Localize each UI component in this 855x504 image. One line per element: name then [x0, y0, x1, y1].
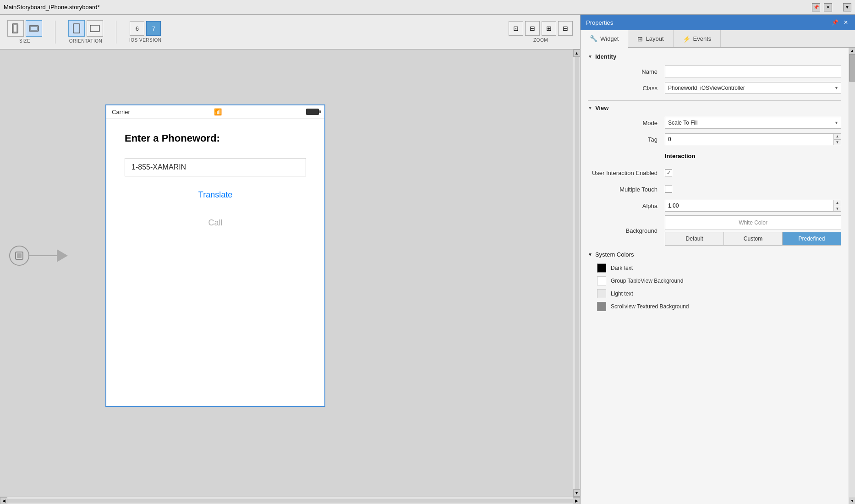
multiple-touch-checkbox[interactable] — [665, 186, 672, 193]
light-text-label: Light text — [611, 290, 633, 297]
svg-rect-4 — [73, 24, 80, 33]
scroll-down-arrow[interactable]: ▼ — [573, 489, 581, 497]
entry-line — [29, 255, 57, 256]
scroll-track[interactable] — [575, 57, 579, 489]
storyboard-panel: SIZE ORIENTATION 6 — [0, 15, 580, 504]
identity-label: Identity — [595, 53, 616, 60]
scroll-arrow-down[interactable]: ▼ — [843, 3, 851, 11]
phone-input[interactable] — [125, 158, 306, 176]
view-arrow: ▼ — [588, 105, 592, 110]
color-light-text-row[interactable]: Light text — [588, 287, 841, 300]
toolbar: SIZE ORIENTATION 6 — [0, 15, 580, 49]
carrier-text: Carrier — [112, 109, 130, 115]
mode-select[interactable]: Scale To Fill — [665, 117, 841, 129]
layout-tab-label: Layout — [646, 35, 663, 42]
prop-scroll-thumb[interactable] — [849, 54, 855, 82]
tab-events[interactable]: ⚡ Events — [674, 30, 721, 47]
close-tab-button[interactable]: ✕ — [824, 3, 832, 11]
canvas-content: Carrier 📶 Enter a Phoneword: Translate C… — [0, 49, 412, 462]
vertical-scrollbar: ▲ ▼ — [573, 49, 580, 497]
call-button[interactable]: Call — [125, 218, 306, 228]
color-scrollview-row[interactable]: Scrollview Textured Background — [588, 300, 841, 313]
scrollview-label: Scrollview Textured Background — [611, 303, 689, 310]
tag-decrement[interactable]: ▼ — [834, 140, 841, 145]
alpha-increment[interactable]: ▲ — [834, 200, 841, 206]
prop-scroll-up[interactable]: ▲ — [849, 48, 855, 54]
background-color-swatch[interactable]: White Color — [665, 215, 841, 230]
widget-tab-label: Widget — [600, 35, 619, 42]
view-section-header: ▼ View — [588, 104, 841, 111]
mode-row: Mode Scale To Fill — [588, 116, 841, 130]
properties-title-bar: Properties 📌 ✕ — [581, 15, 855, 30]
prop-scroll-track[interactable] — [849, 54, 855, 498]
title-bar-filename: MainStoryboard_iPhone.storyboard* — [4, 4, 100, 11]
properties-panel: Properties 📌 ✕ 🔧 Widget ⊞ Layout ⚡ Event… — [580, 15, 855, 504]
storyboard-content-area: Carrier 📶 Enter a Phoneword: Translate C… — [0, 49, 580, 497]
h-scroll-track[interactable] — [7, 499, 573, 503]
name-input[interactable] — [665, 66, 841, 77]
orientation-landscape[interactable] — [87, 20, 103, 37]
tag-input[interactable] — [665, 134, 833, 145]
view-section: ▼ View Mode Scale To Fill Tag — [588, 104, 841, 246]
entry-point-icon — [9, 246, 29, 266]
background-row: Background White Color Default Custom Pr… — [588, 215, 841, 246]
ios-version-7[interactable]: 7 — [146, 21, 161, 36]
entry-arrow — [9, 246, 68, 266]
scrollview-swatch — [597, 302, 606, 311]
orientation-label: ORIENTATION — [69, 38, 102, 44]
tag-label: Tag — [588, 136, 661, 143]
alpha-input[interactable] — [665, 200, 833, 211]
translate-button[interactable]: Translate — [125, 190, 306, 200]
properties-pin-button[interactable]: 📌 — [831, 19, 839, 26]
color-dark-text-row[interactable]: Dark text — [588, 262, 841, 274]
orientation-portrait[interactable] — [68, 20, 85, 37]
color-predefined-btn[interactable]: Predefined — [783, 232, 841, 245]
group-tableview-swatch — [597, 276, 606, 285]
color-choice-buttons: Default Custom Predefined — [665, 232, 841, 246]
name-label: Name — [588, 68, 661, 75]
ios-version-label: iOS VERSION — [129, 38, 162, 43]
tab-widget[interactable]: 🔧 Widget — [581, 30, 628, 48]
title-bar: MainStoryboard_iPhone.storyboard* 📌 ✕ ▼ — [0, 0, 855, 15]
multiple-touch-row: Multiple Touch — [588, 182, 841, 196]
scroll-up-arrow[interactable]: ▲ — [573, 49, 581, 57]
alpha-label: Alpha — [588, 203, 661, 209]
color-group-tableview-row[interactable]: Group TableView Background — [588, 274, 841, 287]
zoom-in[interactable]: ⊞ — [542, 21, 556, 36]
scroll-right-arrow[interactable]: ▶ — [573, 497, 580, 504]
identity-section-header: ▼ Identity — [588, 53, 841, 60]
dark-text-swatch — [597, 263, 606, 273]
color-default-btn[interactable]: Default — [665, 232, 724, 245]
size-icon-2[interactable] — [26, 20, 42, 37]
scroll-left-arrow[interactable]: ◀ — [0, 497, 7, 504]
tag-spinner: ▲ ▼ — [665, 133, 841, 145]
zoom-out[interactable]: ⊟ — [525, 21, 540, 36]
sys-colors-arrow: ▼ — [588, 252, 592, 257]
prop-scroll-down[interactable]: ▼ — [849, 498, 855, 504]
tab-layout[interactable]: ⊞ Layout — [628, 30, 673, 47]
svg-rect-3 — [30, 27, 38, 30]
iphone-frame: Carrier 📶 Enter a Phoneword: Translate C… — [105, 104, 325, 407]
pin-button[interactable]: 📌 — [812, 3, 820, 11]
canvas-scroll[interactable]: Carrier 📶 Enter a Phoneword: Translate C… — [0, 49, 573, 497]
user-interaction-label: User Interaction Enabled — [588, 170, 661, 176]
ios-version-6[interactable]: 6 — [130, 21, 144, 36]
tag-increment[interactable]: ▲ — [834, 134, 841, 140]
user-interaction-checkbox[interactable] — [665, 169, 672, 176]
widget-tab-icon: 🔧 — [590, 35, 597, 42]
battery-icon — [306, 109, 319, 115]
zoom-fit[interactable]: ⊡ — [509, 21, 523, 36]
size-icon-1[interactable] — [7, 20, 24, 37]
iphone-content: Enter a Phoneword: Translate Call — [106, 119, 324, 241]
phone-title: Enter a Phoneword: — [125, 132, 306, 144]
prop-content: ▼ Identity Name Class Phoneworld_ — [581, 48, 849, 504]
wifi-icon: 📶 — [214, 108, 222, 115]
view-label: View — [595, 104, 608, 111]
alpha-decrement[interactable]: ▼ — [834, 206, 841, 212]
class-select[interactable]: Phoneworld_iOSViewController — [665, 82, 841, 94]
main-container: SIZE ORIENTATION 6 — [0, 15, 855, 504]
zoom-actual[interactable]: ⊟ — [558, 21, 573, 36]
separator-2 — [116, 21, 116, 44]
properties-close-button[interactable]: ✕ — [842, 19, 850, 26]
color-custom-btn[interactable]: Custom — [724, 232, 783, 245]
